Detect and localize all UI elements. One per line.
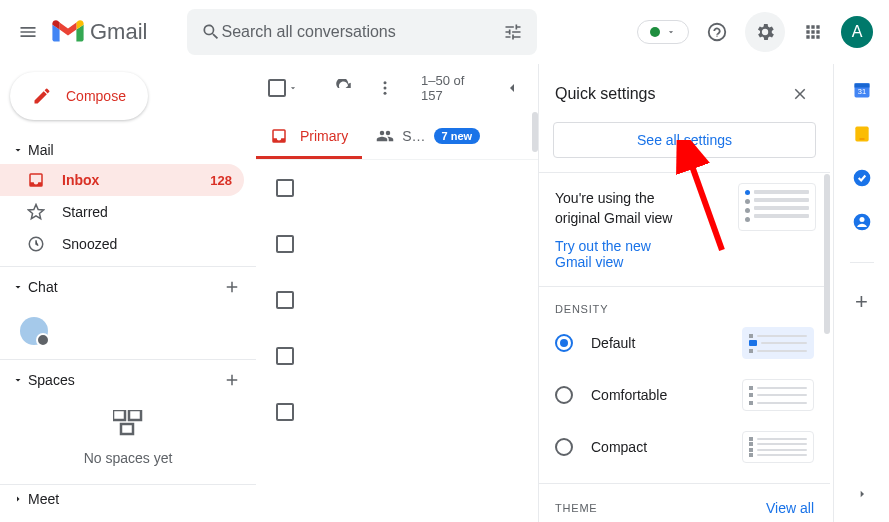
svg-rect-2 — [129, 410, 141, 420]
tab-badge: 7 new — [434, 128, 481, 144]
status-chip[interactable] — [637, 20, 689, 44]
chevron-down-icon — [12, 144, 24, 156]
density-default[interactable]: Default — [555, 327, 814, 359]
inbox-icon — [27, 171, 45, 189]
select-all-checkbox[interactable] — [268, 79, 298, 97]
plus-icon — [223, 371, 241, 389]
settings-button[interactable] — [745, 12, 785, 52]
row-checkbox[interactable] — [276, 403, 294, 421]
radio-icon — [555, 386, 573, 404]
spaces-section-toggle[interactable]: Spaces — [0, 360, 256, 400]
svg-point-4 — [384, 81, 387, 84]
view-preview-thumbnail — [738, 183, 816, 231]
tab-label: Primary — [300, 128, 348, 144]
tune-icon[interactable] — [503, 22, 523, 42]
help-icon — [706, 21, 728, 43]
chat-user-avatar[interactable] — [20, 317, 48, 345]
hamburger-icon — [18, 22, 38, 42]
spaces-section-label: Spaces — [28, 372, 75, 388]
nav-snoozed[interactable]: Snoozed — [0, 228, 244, 260]
close-panel-button[interactable] — [786, 80, 814, 108]
prev-page-button[interactable] — [498, 74, 526, 102]
row-checkbox[interactable] — [276, 179, 294, 197]
row-checkbox[interactable] — [276, 291, 294, 309]
chevron-down-icon — [12, 374, 24, 386]
people-icon — [376, 127, 394, 145]
support-button[interactable] — [697, 12, 737, 52]
svg-text:31: 31 — [857, 87, 865, 96]
panel-scrollbar[interactable] — [824, 174, 830, 334]
density-compact[interactable]: Compact — [555, 431, 814, 463]
mail-row[interactable] — [256, 272, 538, 328]
svg-point-6 — [384, 92, 387, 95]
nav-inbox[interactable]: Inbox 128 — [0, 164, 244, 196]
new-chat-button[interactable] — [218, 273, 246, 301]
account-avatar[interactable]: A — [841, 16, 873, 48]
chevron-left-icon — [504, 80, 520, 96]
chat-section-toggle[interactable]: Chat — [0, 267, 256, 307]
app-name: Gmail — [90, 19, 147, 45]
theme-section-label: THEME — [555, 502, 598, 514]
svg-rect-11 — [859, 138, 864, 140]
search-bar[interactable] — [187, 9, 537, 55]
density-preview-default — [742, 327, 814, 359]
main-menu-button[interactable] — [8, 12, 48, 52]
nav-label: Inbox — [62, 172, 99, 188]
nav-label: Snoozed — [62, 236, 117, 252]
inbox-count: 128 — [210, 173, 232, 188]
svg-rect-1 — [113, 410, 125, 420]
svg-point-14 — [859, 217, 864, 222]
refresh-button[interactable] — [328, 72, 359, 104]
density-section-label: DENSITY — [555, 303, 814, 315]
apps-button[interactable] — [793, 12, 833, 52]
radio-icon — [555, 334, 573, 352]
gmail-icon — [52, 20, 84, 44]
row-checkbox[interactable] — [276, 235, 294, 253]
get-addons-button[interactable]: + — [855, 289, 868, 315]
contacts-icon — [852, 212, 872, 232]
tasks-app-button[interactable] — [852, 168, 872, 192]
tab-primary[interactable]: Primary — [256, 112, 362, 159]
chevron-right-icon — [12, 493, 24, 505]
no-spaces-text: No spaces yet — [0, 450, 256, 466]
status-dot-icon — [650, 27, 660, 37]
contacts-app-button[interactable] — [852, 212, 872, 236]
nav-starred[interactable]: Starred — [0, 196, 244, 228]
plus-icon — [223, 278, 241, 296]
row-checkbox[interactable] — [276, 347, 294, 365]
using-text-1: You're using the — [555, 190, 654, 206]
mail-section-label: Mail — [28, 142, 54, 158]
chat-section-label: Chat — [28, 279, 58, 295]
density-comfortable[interactable]: Comfortable — [555, 379, 814, 411]
meet-section-toggle[interactable]: Meet — [0, 485, 256, 513]
mail-row[interactable] — [256, 328, 538, 384]
apps-grid-icon — [803, 22, 823, 42]
density-preview-comfortable — [742, 379, 814, 411]
mail-row[interactable] — [256, 160, 538, 216]
search-icon — [201, 22, 221, 42]
more-button[interactable] — [369, 72, 400, 104]
see-all-settings-button[interactable]: See all settings — [553, 122, 816, 158]
hide-side-panel-button[interactable] — [854, 486, 870, 506]
mail-row[interactable] — [256, 384, 538, 440]
chevron-right-icon — [854, 486, 870, 502]
keep-app-button[interactable] — [852, 124, 872, 148]
gear-icon — [754, 21, 776, 43]
mail-section-toggle[interactable]: Mail — [0, 136, 256, 164]
theme-view-all-link[interactable]: View all — [766, 500, 814, 516]
tasks-icon — [852, 168, 872, 188]
clock-icon — [27, 235, 45, 253]
gmail-logo[interactable]: Gmail — [52, 19, 147, 45]
new-space-button[interactable] — [218, 366, 246, 394]
compose-button[interactable]: Compose — [10, 72, 148, 120]
density-preview-compact — [742, 431, 814, 463]
chevron-down-icon — [666, 27, 676, 37]
nav-label: Starred — [62, 204, 108, 220]
calendar-app-button[interactable]: 31 — [852, 80, 872, 104]
star-icon — [27, 203, 45, 221]
checkbox-icon — [268, 79, 286, 97]
search-input[interactable] — [221, 23, 495, 41]
tab-social[interactable]: S… 7 new — [362, 112, 494, 159]
mail-row[interactable] — [256, 216, 538, 272]
try-new-view-link[interactable]: Try out the new Gmail view — [555, 238, 814, 270]
